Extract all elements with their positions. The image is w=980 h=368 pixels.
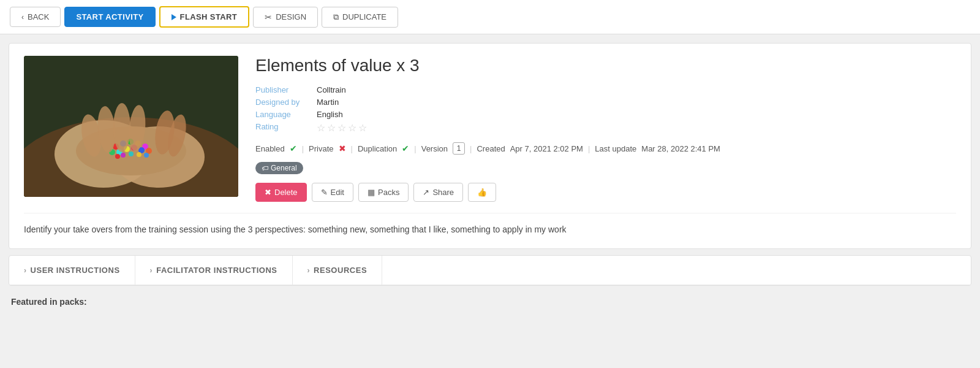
version-badge: 1 [453, 142, 465, 155]
duplication-check-icon: ✔ [402, 144, 409, 153]
duplication-label: Duplication [358, 144, 397, 153]
chevron-right-icon: › [24, 266, 27, 275]
packs-icon: ▦ [368, 188, 375, 197]
toolbar: ‹ BACK START ACTIVITY FLASH START ✂ DESI… [0, 0, 980, 34]
created-value: Apr 7, 2021 2:02 PM [510, 144, 583, 153]
version-label: Version [421, 144, 448, 153]
publisher-value: Colltrain [317, 85, 956, 94]
rating-stars: ☆ ☆ ☆ ☆ ☆ [317, 122, 956, 134]
svg-point-16 [121, 153, 126, 158]
created-label: Created [477, 144, 505, 153]
flash-start-button[interactable]: FLASH START [159, 6, 250, 28]
back-icon: ‹ [21, 13, 24, 21]
meta-grid: Publisher Colltrain Designed by Martin L… [255, 85, 956, 134]
activity-title: Elements of value x 3 [255, 56, 956, 75]
featured-section: Featured in packs: [9, 292, 971, 312]
svg-point-20 [144, 153, 149, 158]
star-5[interactable]: ☆ [358, 122, 367, 134]
star-1[interactable]: ☆ [317, 122, 325, 134]
duplicate-icon: ⧉ [333, 12, 339, 22]
star-4[interactable]: ☆ [348, 122, 356, 134]
last-update-value: Mar 28, 2022 2:41 PM [641, 144, 720, 153]
publisher-label: Publisher [255, 85, 317, 94]
edit-button[interactable]: ✎ Edit [312, 183, 353, 202]
enabled-check-icon: ✔ [290, 144, 297, 153]
designed-by-label: Designed by [255, 98, 317, 107]
chevron-right-icon: › [150, 266, 153, 275]
delete-button[interactable]: ✖ Delete [255, 183, 307, 202]
svg-point-18 [137, 152, 141, 157]
language-label: Language [255, 110, 317, 119]
tag-badge[interactable]: 🏷 General [255, 162, 303, 174]
designed-by-value: Martin [317, 98, 956, 107]
activity-description: Identify your take overs from the traini… [24, 213, 956, 236]
play-icon [172, 14, 176, 20]
tag-icon: 🏷 [262, 164, 268, 172]
svg-point-23 [113, 103, 130, 152]
delete-x-icon: ✖ [265, 188, 271, 197]
info-section: Elements of value x 3 Publisher Colltrai… [255, 56, 956, 202]
last-update-label: Last update [595, 144, 636, 153]
svg-point-17 [129, 151, 134, 156]
enabled-label: Enabled [255, 144, 285, 153]
rating-label: Rating [255, 122, 317, 134]
edit-icon: ✎ [321, 188, 328, 197]
tab-facilitator-instructions[interactable]: › FACILITATOR INSTRUCTIONS [135, 256, 293, 285]
duplicate-button[interactable]: ⧉ DUPLICATE [322, 7, 398, 28]
content-top: Elements of value x 3 Publisher Colltrai… [24, 56, 956, 202]
share-button[interactable]: ↗ Share [413, 183, 463, 202]
packs-button[interactable]: ▦ Packs [358, 183, 409, 202]
main-card: Elements of value x 3 Publisher Colltrai… [9, 43, 971, 249]
tab-user-instructions[interactable]: › USER INSTRUCTIONS [9, 256, 135, 285]
star-3[interactable]: ☆ [337, 122, 346, 134]
start-activity-button[interactable]: START ACTIVITY [64, 7, 155, 27]
design-button[interactable]: ✂ DESIGN [253, 7, 318, 28]
tabs-row: › USER INSTRUCTIONS › FACILITATOR INSTRU… [9, 256, 971, 285]
svg-point-19 [115, 154, 120, 159]
share-icon: ↗ [423, 188, 429, 197]
design-icon: ✂ [265, 12, 272, 22]
private-label: Private [309, 144, 333, 153]
action-buttons: ✖ Delete ✎ Edit ▦ Packs ↗ Share 👍 [255, 183, 956, 202]
language-value: English [317, 110, 956, 119]
chevron-right-icon: › [307, 266, 311, 275]
back-button[interactable]: ‹ BACK [10, 7, 61, 27]
star-2[interactable]: ☆ [327, 122, 336, 134]
tabs-card: › USER INSTRUCTIONS › FACILITATOR INSTRU… [9, 255, 971, 286]
activity-image [24, 56, 238, 197]
private-cross-icon: ✖ [339, 144, 346, 153]
tab-resources[interactable]: › RESOURCES [293, 256, 383, 285]
featured-label: Featured in packs: [11, 297, 87, 307]
status-row: Enabled ✔ | Private ✖ | Duplication ✔ | … [255, 142, 956, 155]
like-button[interactable]: 👍 [468, 183, 496, 202]
like-icon: 👍 [477, 188, 487, 197]
